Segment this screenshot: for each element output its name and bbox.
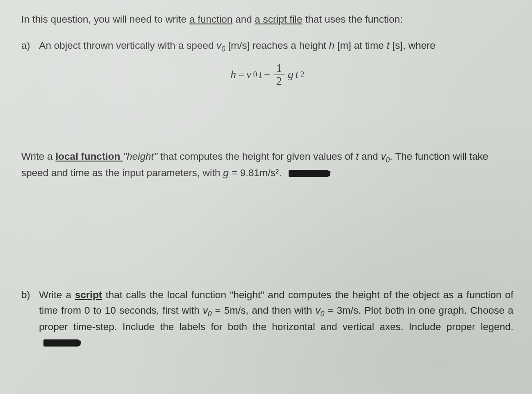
pa-v0-sub: 0 [221, 45, 225, 52]
part-a: a) An object thrown vertically with a sp… [21, 38, 513, 55]
intro-link-script: a script file [255, 14, 303, 25]
eq-equals: = [238, 68, 245, 81]
eq-sq: 2 [300, 70, 304, 79]
mp-2: that computes the height for given value… [157, 151, 356, 162]
mp-q2: " [154, 151, 157, 162]
redaction-mark-1 [289, 170, 329, 177]
intro-line: In this question, you will need to write… [21, 12, 513, 27]
mp-v0v: v [381, 151, 386, 162]
document-page: In this question, you will need to write… [0, 0, 532, 394]
pb-v2v: v [316, 305, 321, 316]
eq-frac-den: 2 [274, 75, 285, 87]
pa-h: h [329, 40, 335, 51]
eq-t2: t [295, 68, 298, 81]
pb-3: = 5m/s, and then with [212, 305, 316, 316]
eq-t1: t [259, 68, 262, 81]
intro-link-function: a function [189, 14, 233, 25]
eq-v: v [246, 68, 251, 81]
pa-v0-v: v [216, 40, 221, 51]
intro-prefix: In this question, you will need to write [21, 14, 189, 25]
intro-mid: and [233, 14, 255, 25]
pb-v1v: v [203, 305, 208, 316]
pa-t4: [s], where [389, 40, 435, 51]
mp-1: Write a [21, 151, 55, 162]
eq-v-sub: 0 [253, 70, 257, 79]
intro-suffix: that uses the function: [302, 14, 403, 25]
part-a-body: An object thrown vertically with a speed… [39, 38, 513, 55]
redaction-mark-2 [43, 339, 79, 347]
pb-v2s: 0 [321, 310, 325, 317]
part-b: b) Write a script that calls the local f… [21, 288, 513, 351]
pa-t2: [m/s] reaches a height [225, 40, 329, 51]
eq-h: h [231, 68, 236, 81]
mp-5: = 9.81m/s². [229, 167, 285, 178]
eq-frac-num: 1 [274, 62, 285, 75]
mp-q1: " [123, 151, 127, 162]
equation: h = v0t − 1 2 gt2 [21, 62, 513, 87]
eq-g: g [288, 68, 293, 81]
part-b-label: b) [21, 288, 39, 351]
pa-t1: An object thrown vertically with a speed [39, 40, 216, 51]
mp-height: height [127, 151, 154, 162]
pa-t3: [m] at time [335, 40, 387, 51]
mp-v0s: 0 [386, 156, 390, 164]
mp-localfn: local function [55, 151, 123, 162]
pb-v1s: 0 [208, 310, 212, 317]
eq-minus: − [264, 68, 270, 81]
pb-1: Write a [39, 289, 75, 300]
pb-script: script [75, 289, 102, 300]
mp-3: and [359, 151, 381, 162]
part-b-body: Write a script that calls the local func… [39, 288, 513, 351]
part-a-label: a) [21, 38, 39, 55]
mid-paragraph: Write a local function "height" that com… [21, 149, 513, 181]
mp-g: g [223, 167, 229, 178]
eq-frac: 1 2 [274, 62, 285, 87]
